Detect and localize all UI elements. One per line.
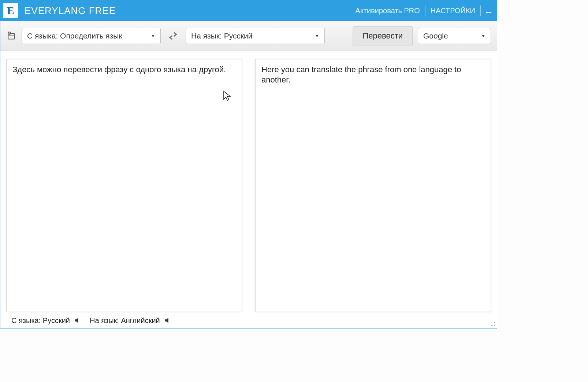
svg-point-4 xyxy=(494,324,495,324)
target-language-label: На язык: Русский xyxy=(191,32,253,40)
svg-point-7 xyxy=(494,325,495,326)
titlebar-right: Активировать PRO НАСТРОЙКИ xyxy=(350,0,497,21)
speaker-source-icon[interactable] xyxy=(74,316,82,324)
engine-label: Google xyxy=(423,32,448,40)
minimize-icon xyxy=(486,12,491,13)
target-language-dropdown[interactable]: На язык: Русский ▼ xyxy=(186,28,325,44)
titlebar: E EVERYLANG FREE Активировать PRO НАСТРО… xyxy=(0,0,497,21)
app-logo-icon: E xyxy=(3,3,18,18)
status-target-label: На язык: Английский xyxy=(90,316,160,325)
target-text-pane[interactable]: Here you can translate the phrase from o… xyxy=(255,59,491,312)
chevron-down-icon: ▼ xyxy=(151,33,155,38)
chevron-down-icon: ▼ xyxy=(481,33,485,38)
toolbar: С языка: Определить язык ▼ На язык: Русс… xyxy=(0,21,497,51)
app-title: EVERYLANG FREE xyxy=(25,5,116,16)
settings-link[interactable]: НАСТРОЙКИ xyxy=(425,0,480,21)
content-area: Здесь можно перевести фразу с одного язы… xyxy=(6,59,491,312)
engine-dropdown[interactable]: Google ▼ xyxy=(418,28,491,44)
speaker-target-icon[interactable] xyxy=(164,316,172,324)
status-target: На язык: Английский xyxy=(90,316,172,325)
app-window: E EVERYLANG FREE Активировать PRO НАСТРО… xyxy=(0,0,497,328)
resize-grip[interactable] xyxy=(490,321,495,327)
activate-pro-link[interactable]: Активировать PRO xyxy=(350,0,425,21)
svg-point-2 xyxy=(494,322,495,323)
source-language-label: С языка: Определить язык xyxy=(27,32,122,40)
chevron-down-icon: ▼ xyxy=(315,33,319,38)
minimize-button[interactable] xyxy=(481,0,497,21)
status-source: С языка: Русский xyxy=(11,316,82,325)
svg-point-6 xyxy=(492,325,493,326)
svg-point-5 xyxy=(491,325,492,326)
status-source-label: С языка: Русский xyxy=(11,316,70,325)
translate-button[interactable]: Перевести xyxy=(353,26,413,45)
swap-languages-button[interactable] xyxy=(166,29,181,43)
source-language-dropdown[interactable]: С языка: Определить язык ▼ xyxy=(22,28,161,44)
translate-button-label: Перевести xyxy=(362,31,403,41)
statusbar: С языка: Русский На язык: Английский xyxy=(11,315,486,326)
svg-point-3 xyxy=(492,324,493,324)
source-text-pane[interactable]: Здесь можно перевести фразу с одного язы… xyxy=(6,59,242,312)
history-icon[interactable] xyxy=(6,31,16,41)
